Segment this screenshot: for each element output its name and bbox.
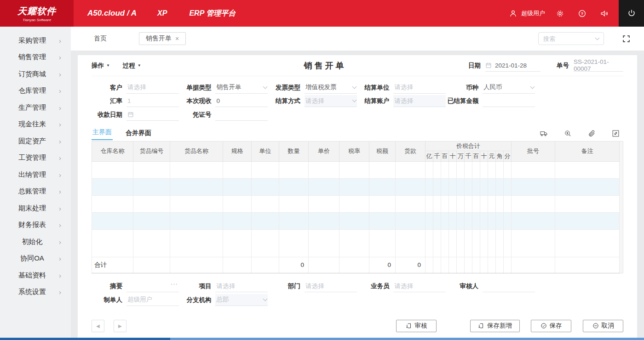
digit-cell[interactable] (472, 229, 480, 257)
table-row[interactable] (92, 161, 619, 178)
footer-input-制单人[interactable]: 超级用户 (126, 294, 179, 306)
digit-cell[interactable] (488, 161, 495, 178)
digit-cell[interactable] (425, 161, 433, 178)
form-input-凭证号[interactable] (215, 109, 268, 121)
table-row[interactable] (92, 195, 619, 212)
table-cell[interactable] (512, 229, 555, 257)
digit-cell[interactable] (480, 212, 488, 229)
fullscreen-button[interactable] (622, 35, 630, 43)
close-icon[interactable]: × (175, 35, 179, 42)
digit-cell[interactable] (488, 195, 495, 212)
table-cell[interactable] (170, 195, 223, 212)
sidebar-item-6[interactable]: 固定资产› (0, 133, 71, 150)
digit-cell[interactable] (425, 212, 433, 229)
sidebar-item-15[interactable]: 系统设置› (0, 284, 71, 301)
search-select[interactable] (538, 32, 604, 45)
sidebar-item-14[interactable]: 基础资料› (0, 267, 71, 284)
table-cell[interactable] (339, 229, 369, 257)
table-cell[interactable] (395, 229, 425, 257)
table-cell[interactable] (170, 161, 223, 178)
table-cell[interactable] (339, 212, 369, 229)
save-and-new-button[interactable]: 保存新增 (470, 320, 520, 332)
table-cell[interactable] (223, 161, 251, 178)
table-cell[interactable] (279, 229, 308, 257)
table-row[interactable] (92, 229, 619, 257)
table-cell[interactable] (251, 195, 279, 212)
table-cell[interactable] (223, 212, 251, 229)
digit-cell[interactable] (472, 195, 480, 212)
table-cell[interactable] (279, 212, 308, 229)
digit-cell[interactable] (441, 178, 448, 195)
table-cell[interactable] (308, 178, 339, 195)
table-cell[interactable] (92, 161, 133, 178)
table-cell[interactable] (133, 178, 170, 195)
digit-cell[interactable] (480, 195, 488, 212)
form-input-客户[interactable]: 请选择 (126, 82, 179, 94)
table-cell[interactable] (555, 212, 620, 229)
sidebar-item-12[interactable]: 初始化› (0, 233, 71, 250)
prev-record-button[interactable]: ◀ (92, 320, 104, 332)
next-record-button[interactable]: ▶ (114, 320, 126, 332)
table-cell[interactable] (395, 212, 425, 229)
table-cell[interactable] (170, 178, 223, 195)
form-input-结算账户[interactable]: 请选择 (393, 95, 446, 107)
table-cell[interactable] (339, 195, 369, 212)
table-cell[interactable] (279, 195, 308, 212)
table-cell[interactable] (369, 229, 395, 257)
digit-cell[interactable] (441, 229, 448, 257)
more-options-button[interactable]: ··· (171, 280, 178, 287)
digit-cell[interactable] (464, 229, 472, 257)
table-cell[interactable] (512, 195, 555, 212)
digit-cell[interactable] (433, 229, 441, 257)
digit-cell[interactable] (503, 161, 511, 178)
digit-cell[interactable] (472, 212, 480, 229)
footer-input-分支机构[interactable]: 总部 (215, 294, 268, 306)
app-logo[interactable]: 天耀软件 Tianyao Software (0, 0, 74, 27)
digit-cell[interactable] (480, 178, 488, 195)
announcement-speaker-icon[interactable] (599, 9, 609, 18)
table-cell[interactable] (395, 161, 425, 178)
tab-home[interactable]: 首页 (94, 34, 107, 43)
digit-cell[interactable] (472, 178, 480, 195)
digit-cell[interactable] (495, 212, 503, 229)
table-row[interactable] (92, 212, 619, 229)
footer-input-项目[interactable]: 请选择 (215, 280, 268, 292)
table-cell[interactable] (170, 229, 223, 257)
search-input[interactable] (543, 35, 596, 42)
digit-cell[interactable] (464, 195, 472, 212)
table-cell[interactable] (133, 212, 170, 229)
digit-cell[interactable] (464, 178, 472, 195)
digit-cell[interactable] (480, 229, 488, 257)
price-lookup-icon[interactable] (564, 130, 572, 137)
save-button[interactable]: 保存 (531, 320, 571, 332)
logout-power-button[interactable] (619, 0, 644, 27)
digit-cell[interactable] (503, 195, 511, 212)
digit-cell[interactable] (433, 178, 441, 195)
sidebar-item-10[interactable]: 期末处理› (0, 200, 71, 217)
digit-cell[interactable] (480, 161, 488, 178)
user-icon[interactable] (508, 9, 518, 18)
digit-cell[interactable] (464, 212, 472, 229)
table-scrollbar[interactable] (620, 141, 623, 273)
digit-cell[interactable] (488, 178, 495, 195)
table-cell[interactable] (395, 195, 425, 212)
date-field[interactable]: 2021-01-28 (485, 60, 540, 72)
expand-grid-icon[interactable] (612, 130, 620, 137)
digit-cell[interactable] (456, 229, 464, 257)
horizontal-scrollbar[interactable] (0, 338, 644, 340)
table-cell[interactable] (512, 178, 555, 195)
footer-input-业务员[interactable]: 请选择 (393, 280, 446, 292)
table-cell[interactable] (339, 178, 369, 195)
table-cell[interactable] (369, 178, 395, 195)
sidebar-item-13[interactable]: 协同OA› (0, 250, 71, 267)
form-input-汇率[interactable]: 1 (126, 95, 179, 107)
table-cell[interactable] (251, 161, 279, 178)
digit-cell[interactable] (441, 161, 448, 178)
sidebar-item-8[interactable]: 出纳管理› (0, 166, 71, 183)
table-cell[interactable] (555, 178, 620, 195)
table-cell[interactable] (279, 178, 308, 195)
digit-cell[interactable] (448, 195, 456, 212)
table-row[interactable] (92, 178, 619, 195)
sidebar-item-5[interactable]: 现金往来› (0, 116, 71, 133)
digit-cell[interactable] (503, 212, 511, 229)
